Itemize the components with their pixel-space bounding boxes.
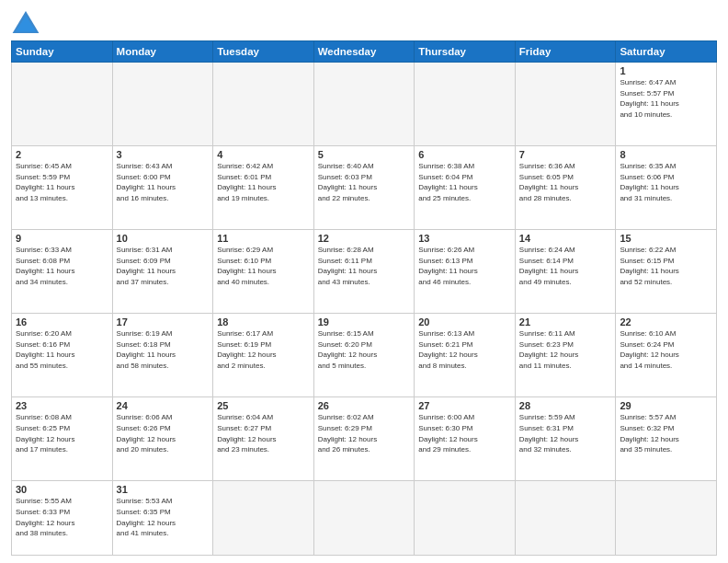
weekday-tuesday: Tuesday: [213, 41, 314, 63]
day-info: Sunrise: 6:42 AMSunset: 6:01 PMDaylight:…: [217, 161, 310, 203]
day-number: 2: [16, 149, 108, 160]
day-info: Sunrise: 6:04 AMSunset: 6:27 PMDaylight:…: [217, 412, 310, 454]
day-number: 22: [620, 316, 712, 327]
calendar-cell: [313, 481, 415, 556]
calendar-cell: [415, 63, 516, 146]
calendar-cell: [213, 63, 314, 146]
calendar-cell: 8Sunrise: 6:35 AMSunset: 6:06 PMDaylight…: [616, 146, 717, 230]
weekday-monday: Monday: [112, 41, 213, 63]
calendar-cell: 16Sunrise: 6:20 AMSunset: 6:16 PMDayligh…: [12, 314, 113, 397]
day-number: 23: [16, 400, 108, 411]
calendar-cell: 11Sunrise: 6:29 AMSunset: 6:10 PMDayligh…: [213, 230, 314, 314]
calendar-cell: 7Sunrise: 6:36 AMSunset: 6:05 PMDaylight…: [515, 146, 616, 230]
calendar-cell: 13Sunrise: 6:26 AMSunset: 6:13 PMDayligh…: [415, 230, 516, 314]
day-number: 15: [620, 233, 712, 244]
calendar-row-6: 30Sunrise: 5:55 AMSunset: 6:33 PMDayligh…: [12, 481, 717, 556]
day-info: Sunrise: 6:20 AMSunset: 6:16 PMDaylight:…: [16, 328, 108, 371]
day-number: 20: [418, 316, 511, 327]
day-number: 3: [117, 149, 210, 160]
calendar-cell: 22Sunrise: 6:10 AMSunset: 6:24 PMDayligh…: [616, 314, 717, 397]
calendar-cell: 20Sunrise: 6:13 AMSunset: 6:21 PMDayligh…: [415, 314, 516, 397]
calendar-cell: [112, 63, 213, 146]
header: [11, 9, 717, 35]
day-number: 10: [117, 233, 210, 244]
day-number: 7: [519, 149, 612, 160]
day-number: 29: [620, 400, 712, 411]
day-info: Sunrise: 6:38 AMSunset: 6:04 PMDaylight:…: [418, 161, 511, 203]
day-info: Sunrise: 6:28 AMSunset: 6:11 PMDaylight:…: [318, 245, 411, 287]
calendar-cell: [415, 481, 516, 556]
day-number: 18: [217, 316, 310, 327]
day-number: 25: [217, 400, 310, 411]
day-number: 5: [318, 149, 411, 160]
day-info: Sunrise: 6:08 AMSunset: 6:25 PMDaylight:…: [16, 412, 108, 454]
calendar-cell: 2Sunrise: 6:45 AMSunset: 5:59 PMDaylight…: [12, 146, 113, 230]
day-info: Sunrise: 6:36 AMSunset: 6:05 PMDaylight:…: [519, 161, 612, 203]
calendar-cell: [313, 63, 415, 146]
calendar-cell: 15Sunrise: 6:22 AMSunset: 6:15 PMDayligh…: [616, 230, 717, 314]
calendar-cell: [12, 63, 113, 146]
day-number: 4: [217, 149, 310, 160]
calendar-cell: 26Sunrise: 6:02 AMSunset: 6:29 PMDayligh…: [313, 397, 415, 481]
calendar-cell: 29Sunrise: 5:57 AMSunset: 6:32 PMDayligh…: [616, 397, 717, 481]
day-info: Sunrise: 6:35 AMSunset: 6:06 PMDaylight:…: [620, 161, 712, 203]
calendar-cell: 10Sunrise: 6:31 AMSunset: 6:09 PMDayligh…: [112, 230, 213, 314]
day-info: Sunrise: 6:11 AMSunset: 6:23 PMDaylight:…: [519, 328, 612, 371]
calendar-row-1: 1Sunrise: 6:47 AMSunset: 5:57 PMDaylight…: [12, 63, 717, 146]
calendar-cell: 12Sunrise: 6:28 AMSunset: 6:11 PMDayligh…: [313, 230, 415, 314]
calendar-cell: 23Sunrise: 6:08 AMSunset: 6:25 PMDayligh…: [12, 397, 113, 481]
calendar-table: SundayMondayTuesdayWednesdayThursdayFrid…: [11, 40, 717, 556]
day-info: Sunrise: 6:29 AMSunset: 6:10 PMDaylight:…: [217, 245, 310, 287]
calendar-cell: 31Sunrise: 5:53 AMSunset: 6:35 PMDayligh…: [112, 481, 213, 556]
day-number: 11: [217, 233, 310, 244]
day-info: Sunrise: 5:53 AMSunset: 6:35 PMDaylight:…: [117, 496, 210, 538]
calendar-cell: 18Sunrise: 6:17 AMSunset: 6:19 PMDayligh…: [213, 314, 314, 397]
day-number: 24: [117, 400, 210, 411]
calendar-row-5: 23Sunrise: 6:08 AMSunset: 6:25 PMDayligh…: [12, 397, 717, 481]
day-info: Sunrise: 6:00 AMSunset: 6:30 PMDaylight:…: [418, 412, 511, 454]
day-number: 19: [318, 316, 411, 327]
calendar-cell: 27Sunrise: 6:00 AMSunset: 6:30 PMDayligh…: [415, 397, 516, 481]
day-number: 31: [117, 484, 210, 495]
calendar-cell: 24Sunrise: 6:06 AMSunset: 6:26 PMDayligh…: [112, 397, 213, 481]
day-info: Sunrise: 6:43 AMSunset: 6:00 PMDaylight:…: [117, 161, 210, 203]
calendar-cell: [515, 63, 616, 146]
calendar-cell: 14Sunrise: 6:24 AMSunset: 6:14 PMDayligh…: [515, 230, 616, 314]
calendar-cell: 25Sunrise: 6:04 AMSunset: 6:27 PMDayligh…: [213, 397, 314, 481]
weekday-header-row: SundayMondayTuesdayWednesdayThursdayFrid…: [12, 41, 717, 63]
calendar-cell: 30Sunrise: 5:55 AMSunset: 6:33 PMDayligh…: [12, 481, 113, 556]
calendar-cell: 21Sunrise: 6:11 AMSunset: 6:23 PMDayligh…: [515, 314, 616, 397]
calendar-cell: 6Sunrise: 6:38 AMSunset: 6:04 PMDaylight…: [415, 146, 516, 230]
calendar-cell: 1Sunrise: 6:47 AMSunset: 5:57 PMDaylight…: [616, 63, 717, 146]
weekday-saturday: Saturday: [616, 41, 717, 63]
day-info: Sunrise: 6:33 AMSunset: 6:08 PMDaylight:…: [16, 245, 108, 287]
day-number: 27: [418, 400, 511, 411]
day-info: Sunrise: 6:17 AMSunset: 6:19 PMDaylight:…: [217, 328, 310, 371]
day-info: Sunrise: 6:31 AMSunset: 6:09 PMDaylight:…: [117, 245, 210, 287]
day-info: Sunrise: 6:15 AMSunset: 6:20 PMDaylight:…: [318, 328, 411, 371]
logo-icon: [11, 9, 40, 35]
day-number: 14: [519, 233, 612, 244]
day-number: 26: [318, 400, 411, 411]
day-info: Sunrise: 6:24 AMSunset: 6:14 PMDaylight:…: [519, 245, 612, 287]
day-number: 13: [418, 233, 511, 244]
weekday-wednesday: Wednesday: [313, 41, 415, 63]
day-info: Sunrise: 6:40 AMSunset: 6:03 PMDaylight:…: [318, 161, 411, 203]
calendar-cell: [213, 481, 314, 556]
day-info: Sunrise: 6:47 AMSunset: 5:57 PMDaylight:…: [620, 77, 712, 120]
calendar-cell: 4Sunrise: 6:42 AMSunset: 6:01 PMDaylight…: [213, 146, 314, 230]
calendar-cell: 3Sunrise: 6:43 AMSunset: 6:00 PMDaylight…: [112, 146, 213, 230]
weekday-sunday: Sunday: [12, 41, 113, 63]
day-info: Sunrise: 6:06 AMSunset: 6:26 PMDaylight:…: [117, 412, 210, 454]
calendar-cell: 9Sunrise: 6:33 AMSunset: 6:08 PMDaylight…: [12, 230, 113, 314]
day-number: 6: [418, 149, 511, 160]
weekday-thursday: Thursday: [415, 41, 516, 63]
day-number: 9: [16, 233, 108, 244]
day-number: 21: [519, 316, 612, 327]
calendar-cell: [515, 481, 616, 556]
calendar-cell: 19Sunrise: 6:15 AMSunset: 6:20 PMDayligh…: [313, 314, 415, 397]
day-info: Sunrise: 6:26 AMSunset: 6:13 PMDaylight:…: [418, 245, 511, 287]
weekday-friday: Friday: [515, 41, 616, 63]
day-info: Sunrise: 5:57 AMSunset: 6:32 PMDaylight:…: [620, 412, 712, 454]
calendar-cell: 17Sunrise: 6:19 AMSunset: 6:18 PMDayligh…: [112, 314, 213, 397]
